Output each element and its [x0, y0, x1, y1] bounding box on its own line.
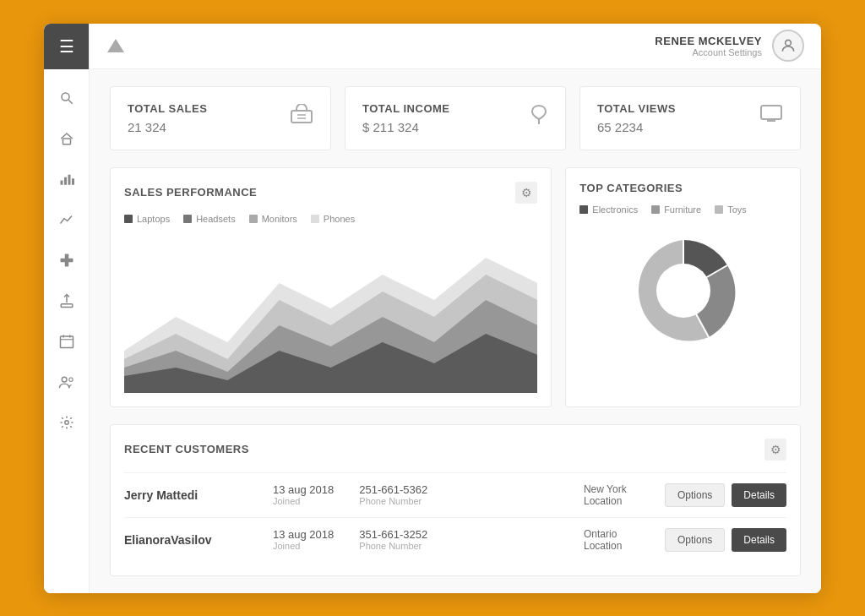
customer-name-1: ElianoraVasilov	[124, 533, 259, 547]
topbar-logo	[106, 38, 125, 53]
sidebar-item-stats[interactable]	[44, 161, 89, 198]
views-icon	[759, 104, 783, 128]
pie-legend: Electronics Furniture Toys	[579, 204, 786, 215]
sidebar-item-medical[interactable]	[44, 242, 89, 279]
pie-chart	[579, 223, 786, 358]
customer-phone-1: 351-661-3252 Phone Number	[359, 528, 427, 551]
income-icon	[530, 104, 548, 131]
svg-point-0	[62, 93, 69, 101]
options-button-1[interactable]: Options	[665, 528, 725, 552]
stat-card-sales: TOTAL SALES 21 324	[110, 86, 331, 150]
chart-icon	[59, 212, 74, 227]
customer-meta-0: 13 aug 2018 Joined 251-661-5362 Phone Nu…	[273, 483, 570, 506]
sidebar-item-chart[interactable]	[44, 201, 89, 238]
pie-chart-title: TOP CATEGORIES	[579, 182, 683, 194]
legend-furniture-label: Furniture	[664, 204, 701, 215]
svg-point-16	[68, 378, 72, 381]
settings-icon	[59, 415, 74, 430]
legend-monitors-label: Monitors	[262, 214, 297, 224]
customer-actions-1: Options Details	[665, 528, 786, 552]
customer-phone-sub-1: Phone Number	[359, 541, 427, 551]
legend-headsets: Headsets	[183, 214, 235, 224]
details-button-1[interactable]: Details	[732, 528, 786, 552]
sidebar-item-settings[interactable]	[44, 404, 89, 441]
legend-phones-label: Phones	[324, 214, 355, 224]
sales-legend: Laptops Headsets Monitors Phones	[124, 214, 537, 224]
customer-date-1: 13 aug 2018 Joined	[273, 528, 334, 551]
customer-actions-0: Options Details	[665, 483, 786, 507]
sales-icon	[290, 104, 313, 129]
svg-rect-11	[60, 336, 73, 348]
sidebar-nav	[44, 69, 89, 441]
stat-cards: TOTAL SALES 21 324 TOTAL INCOME $ 211 32…	[110, 86, 801, 150]
customer-phone-0: 251-661-5362 Phone Number	[359, 483, 427, 506]
search-icon	[59, 90, 74, 106]
dashboard: TOTAL SALES 21 324 TOTAL INCOME $ 211 32…	[90, 69, 821, 593]
app-container: ☰	[44, 24, 821, 593]
stat-income-label: TOTAL INCOME	[362, 102, 450, 115]
legend-toys-label: Toys	[727, 204, 747, 215]
customer-meta-1: 13 aug 2018 Joined 351-661-3252 Phone Nu…	[273, 528, 570, 551]
customer-date-sub-1: Joined	[273, 541, 334, 551]
upload-icon	[59, 293, 74, 308]
logo-icon	[106, 38, 125, 53]
sales-area-chart	[124, 232, 537, 393]
sidebar-item-upload[interactable]	[44, 282, 89, 319]
sidebar-item-home[interactable]	[44, 120, 89, 157]
sales-chart-gear[interactable]: ⚙	[515, 182, 537, 204]
sales-chart-title: SALES PERFORMANCE	[124, 186, 257, 199]
table-row: ElianoraVasilov 13 aug 2018 Joined 351-6…	[124, 517, 786, 562]
customer-phone-main-1: 351-661-3252	[359, 528, 427, 541]
charts-row: SALES PERFORMANCE ⚙ Laptops Headsets	[110, 167, 801, 407]
legend-phones-dot	[311, 215, 319, 223]
pie-chart-header: TOP CATEGORIES	[579, 182, 786, 194]
stat-card-income: TOTAL INCOME $ 211 324	[345, 86, 566, 150]
svg-rect-6	[72, 178, 74, 185]
pie-chart-card: TOP CATEGORIES Electronics Furniture	[565, 167, 801, 407]
team-icon	[58, 374, 75, 390]
customer-date-main-0: 13 aug 2018	[273, 483, 334, 496]
stat-income-value: $ 211 324	[362, 120, 450, 134]
topbar: RENEE MCKELVEY Account Settings	[90, 24, 821, 69]
svg-rect-4	[64, 177, 67, 184]
sidebar-item-search[interactable]	[44, 79, 89, 117]
home-icon	[59, 131, 74, 146]
details-button-0[interactable]: Details	[732, 483, 786, 507]
legend-toys: Toys	[715, 204, 747, 215]
svg-rect-8	[60, 258, 73, 262]
customer-name-0: Jerry Mattedi	[124, 488, 259, 502]
legend-toys-dot	[715, 205, 723, 214]
legend-laptops-dot	[124, 215, 133, 223]
legend-monitors: Monitors	[249, 214, 297, 224]
stats-icon	[59, 172, 74, 187]
customer-phone-main-0: 251-661-5362	[359, 483, 427, 496]
medical-icon	[59, 253, 74, 268]
options-button-0[interactable]: Options	[665, 483, 725, 507]
avatar-icon	[780, 37, 797, 54]
legend-headsets-dot	[183, 215, 192, 223]
legend-phones: Phones	[311, 214, 355, 224]
stat-sales-value: 21 324	[128, 120, 207, 134]
sidebar-toggle[interactable]: ☰	[44, 24, 89, 69]
stat-views-value: 65 2234	[597, 120, 676, 134]
svg-rect-3	[60, 180, 63, 184]
legend-headsets-label: Headsets	[196, 214, 235, 224]
svg-rect-10	[61, 303, 73, 307]
svg-point-19	[786, 40, 792, 46]
legend-electronics: Electronics	[579, 204, 638, 215]
hamburger-icon: ☰	[59, 38, 74, 55]
customers-gear[interactable]: ⚙	[764, 439, 786, 461]
sidebar: ☰	[44, 24, 90, 593]
customer-date-main-1: 13 aug 2018	[273, 528, 334, 541]
user-name: RENEE MCKELVEY	[655, 35, 762, 47]
legend-monitors-dot	[249, 215, 258, 223]
customers-section: RECENT CUSTOMERS ⚙ Jerry Mattedi 13 aug …	[110, 424, 801, 576]
sidebar-item-calendar[interactable]	[44, 323, 89, 360]
stat-income-text: TOTAL INCOME $ 211 324	[362, 102, 450, 134]
calendar-icon	[59, 334, 74, 349]
avatar[interactable]	[772, 30, 804, 62]
svg-rect-5	[68, 174, 70, 184]
legend-electronics-dot	[579, 205, 588, 214]
table-row: Jerry Mattedi 13 aug 2018 Joined 251-661…	[124, 472, 786, 517]
sidebar-item-team[interactable]	[44, 363, 89, 401]
